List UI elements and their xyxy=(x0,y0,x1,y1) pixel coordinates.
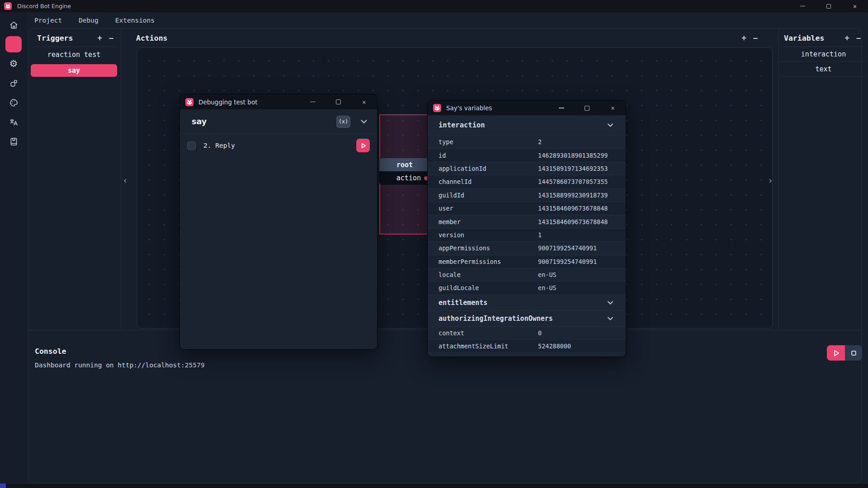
settings-gear-icon: ⚙ xyxy=(9,59,18,69)
rail-item-code[interactable] xyxy=(5,36,22,52)
console-log-line: Dashboard running on http://localhost:25… xyxy=(35,361,862,369)
debug-section-title: say xyxy=(192,117,207,126)
variable-row-member: member1431584609673678848 xyxy=(428,215,626,228)
variable-key: channelId xyxy=(439,178,538,185)
variable-key: id xyxy=(439,152,538,159)
maximize-icon xyxy=(585,106,590,111)
variable-value: 1431588999230918739 xyxy=(538,192,608,199)
window-close-button[interactable]: × xyxy=(842,0,868,12)
rail-item-save-book[interactable] xyxy=(5,133,22,150)
debug-window-titlebar[interactable]: Debugging test bot × xyxy=(180,94,377,109)
discord-bot-window-icon xyxy=(433,104,441,112)
flow-node-action[interactable]: action xyxy=(379,171,430,185)
trigger-item-say[interactable]: say xyxy=(31,64,117,77)
divider xyxy=(31,47,117,47)
variable-group-label: authorizingIntegrationOwners xyxy=(439,314,538,323)
vars-window-titlebar[interactable]: Say's variables × xyxy=(428,101,626,115)
variable-group-interaction[interactable]: interaction xyxy=(428,115,626,135)
menu-item-project[interactable]: Project xyxy=(34,17,62,24)
variables-remove-button[interactable]: − xyxy=(856,34,861,42)
bottom-strip xyxy=(0,484,868,488)
variable-row-context: context0 xyxy=(428,326,626,339)
debug-close-button[interactable]: × xyxy=(351,94,377,109)
debug-window: Debugging test bot × say (x) 2. Reply xyxy=(179,94,377,350)
debug-maximize-button[interactable] xyxy=(326,94,351,109)
actions-panel: Actions + − xyxy=(121,29,778,47)
chevron-down-icon xyxy=(606,298,615,307)
variable-row-version: version1 xyxy=(428,228,626,241)
flow-node-root[interactable]: root xyxy=(379,158,430,171)
collapse-right-panel-button[interactable]: › xyxy=(767,175,774,185)
actions-zoom-out-button[interactable]: − xyxy=(753,34,758,42)
collapse-left-panel-button[interactable]: ‹ xyxy=(122,175,129,185)
app-titlebar[interactable]: Discord Bot Engine × xyxy=(0,0,868,12)
vars-minimize-button[interactable] xyxy=(548,101,574,115)
rail-item-palette[interactable] xyxy=(5,94,22,111)
rail-item-blocks[interactable] xyxy=(5,75,22,91)
variable-key: appPermissions xyxy=(439,244,538,252)
variable-value: 1451488775417847555903 xyxy=(538,356,619,357)
variable-key: token xyxy=(439,356,538,357)
checkbox[interactable] xyxy=(187,141,196,150)
run-action-button[interactable] xyxy=(356,139,370,152)
minimize-icon xyxy=(800,6,805,6)
variable-group-entitlements[interactable]: entitlements xyxy=(428,295,626,310)
variable-row-locale: localeen-US xyxy=(428,268,626,281)
menu-item-debug[interactable]: Debug xyxy=(79,17,99,24)
variable-key: member xyxy=(439,218,538,225)
variable-value: 524288000 xyxy=(538,343,571,350)
console-stop-button[interactable] xyxy=(845,345,862,361)
says-variables-window: Say's variables × interactiontype2id1462… xyxy=(427,100,626,357)
variable-value: 1431589197134692353 xyxy=(538,165,608,172)
variable-value: 1431584609673678848 xyxy=(538,218,608,225)
triggers-remove-button[interactable]: − xyxy=(109,34,113,42)
variable-key: attachmentSizeLimit xyxy=(439,343,538,350)
minimize-icon xyxy=(559,108,564,108)
variable-key: user xyxy=(439,205,538,212)
blocks-icon xyxy=(9,79,19,88)
variables-add-button[interactable]: + xyxy=(845,34,849,42)
window-maximize-button[interactable] xyxy=(816,0,842,12)
variable-item-interaction[interactable]: interaction xyxy=(780,47,867,62)
variable-item-text[interactable]: text xyxy=(780,62,867,77)
variables-toggle-button[interactable]: (x) xyxy=(336,116,350,128)
trigger-item-reaction-test[interactable]: reaction test xyxy=(31,48,117,61)
variable-group-authorizingIntegrationOwners[interactable]: authorizingIntegrationOwners xyxy=(428,310,626,326)
vars-maximize-button[interactable] xyxy=(574,101,600,115)
variable-row-applicationId: applicationId1431589197134692353 xyxy=(428,162,626,175)
minimize-icon xyxy=(310,102,316,103)
discord-bot-window-icon xyxy=(185,98,193,106)
variable-row-channelId: channelId1445786073707057355 xyxy=(428,175,626,188)
variable-value: 1462893018901385299 xyxy=(538,152,608,159)
triggers-canvas-divider xyxy=(121,28,121,330)
variable-key: memberPermissions xyxy=(439,258,538,265)
variable-value: 9007199254740991 xyxy=(538,244,597,252)
variables-panel-title: Variables xyxy=(784,34,824,42)
stop-icon xyxy=(849,348,859,358)
palette-icon xyxy=(9,98,19,108)
debug-minimize-button[interactable] xyxy=(300,94,326,109)
triggers-add-button[interactable]: + xyxy=(98,34,102,42)
rail-item-home[interactable] xyxy=(5,17,22,33)
variable-value: 0 xyxy=(538,329,542,337)
vars-close-button[interactable]: × xyxy=(600,101,626,115)
rail-item-settings-gear[interactable]: ⚙ xyxy=(5,56,22,72)
variable-value: 1 xyxy=(538,231,542,239)
actions-zoom-in-button[interactable]: + xyxy=(742,34,746,42)
corner-accent xyxy=(0,483,6,488)
home-icon xyxy=(9,20,19,30)
menu-item-extensions[interactable]: Extensions xyxy=(115,17,155,24)
left-rail: ⚙ xyxy=(0,12,27,488)
rail-item-translate[interactable] xyxy=(5,114,22,130)
flow-node-action-label: action xyxy=(396,174,421,182)
flow-node[interactable]: root action xyxy=(379,158,430,185)
variable-row-guildLocale: guildLocaleen-US xyxy=(428,281,626,294)
discord-bot-app-icon xyxy=(4,2,12,10)
variable-row-type: type2 xyxy=(428,135,626,148)
variable-key: context xyxy=(439,329,538,337)
window-minimize-button[interactable] xyxy=(789,0,816,12)
chevron-down-icon[interactable] xyxy=(359,117,369,127)
console-run-button[interactable] xyxy=(827,345,845,361)
variable-row-attachmentSizeLimit: attachmentSizeLimit524288000 xyxy=(428,339,626,352)
variable-key: guildLocale xyxy=(439,284,538,291)
